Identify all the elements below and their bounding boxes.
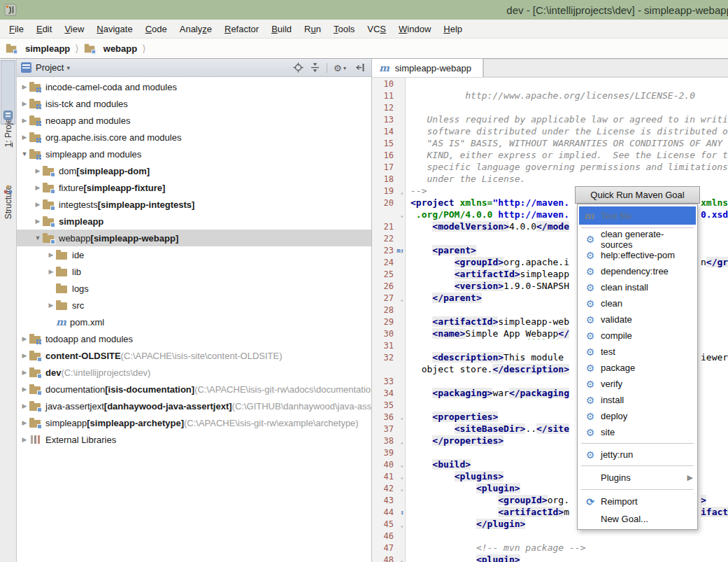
collapsed-arrow-icon[interactable]: ▶	[33, 201, 43, 208]
collapsed-arrow-icon[interactable]: ▶	[20, 117, 29, 124]
collapsed-arrow-icon[interactable]: ▶	[20, 386, 29, 393]
tree-row[interactable]: ▶isis-tck and modules	[17, 95, 371, 112]
tree-row[interactable]: ▶lib	[17, 263, 371, 280]
collapsed-arrow-icon[interactable]: ▶	[20, 83, 29, 90]
menu-analyze[interactable]: Analyze	[173, 22, 218, 36]
popup-item-reimport[interactable]: ⟳Reimport	[578, 493, 697, 510]
menu-edit[interactable]: Edit	[30, 22, 58, 36]
tree-row[interactable]: ▶simpleapp [simpleapp-archetype] (C:\APA…	[17, 414, 371, 431]
tree-row[interactable]: ▶dom [simpleapp-dom]	[17, 162, 371, 179]
menu-help[interactable]: Help	[437, 22, 469, 36]
collapsed-arrow-icon[interactable]: ▶	[20, 402, 29, 409]
tree-row[interactable]: ▶neoapp and modules	[17, 112, 371, 129]
menu-file[interactable]: File	[3, 22, 30, 36]
code-text: specific language governing permissions …	[406, 161, 728, 173]
project-view-selector[interactable]: Project	[36, 62, 64, 73]
collapsed-arrow-icon[interactable]: ▶	[20, 335, 29, 342]
popup-item-verify[interactable]: ⚙verify	[578, 376, 697, 392]
popup-item-install[interactable]: ⚙install	[578, 392, 697, 408]
expanded-arrow-icon[interactable]: ▼	[33, 234, 43, 241]
line-number: 21	[384, 221, 394, 233]
menu-navigate[interactable]: Navigate	[90, 22, 138, 36]
gutter: 23▾m↑	[372, 244, 406, 256]
dropdown-caret-icon[interactable]: ▾	[66, 64, 70, 71]
collapsed-arrow-icon[interactable]: ▶	[20, 100, 29, 107]
collapsed-arrow-icon[interactable]: ▶	[46, 302, 56, 309]
hide-panel-icon[interactable]	[355, 62, 366, 73]
tree-row[interactable]: ▶simpleapp	[17, 213, 371, 230]
popup-item-clean-generate-sources[interactable]: ⚙clean generate-sources	[578, 231, 697, 247]
expanded-arrow-icon[interactable]: ▼	[20, 150, 29, 157]
menu-view[interactable]: View	[58, 22, 90, 36]
collapsed-arrow-icon[interactable]: ▶	[33, 167, 43, 174]
gutter: 35	[372, 399, 406, 411]
popup-item-jetty-run[interactable]: ⚙jetty:run	[578, 447, 697, 463]
popup-item-dependency-tree[interactable]: ⚙dependency:tree	[578, 263, 697, 279]
popup-item-label: dependency:tree	[601, 266, 669, 276]
collapsed-arrow-icon[interactable]: ▶	[33, 184, 43, 191]
menu-run[interactable]: Run	[298, 22, 327, 36]
popup-item-site[interactable]: ⚙site	[578, 424, 697, 440]
tree-item-label: [danhaywood-java-assertjext]	[104, 401, 232, 412]
popup-item-label: package	[601, 363, 635, 373]
popup-item-new-goal-[interactable]: New Goal...	[578, 510, 697, 528]
tree-row[interactable]: ▶documentation [isis-documentation] (C:\…	[17, 381, 371, 398]
locate-icon[interactable]	[293, 62, 304, 73]
tree-row[interactable]: ▶External Libraries	[17, 431, 371, 448]
line-number: 13	[384, 114, 394, 126]
popup-item-compile[interactable]: ⚙compile	[578, 328, 697, 344]
collapse-all-icon[interactable]	[310, 62, 320, 73]
tree-row[interactable]: logs	[17, 280, 371, 297]
menu-build[interactable]: Build	[265, 22, 298, 36]
collapsed-arrow-icon[interactable]: ▶	[20, 436, 29, 443]
collapsed-arrow-icon[interactable]: ▶	[20, 352, 29, 359]
tree-row[interactable]: ▶ide	[17, 246, 371, 263]
tree-row[interactable]: ▼webapp [simpleapp-webapp]	[17, 230, 371, 246]
tree-row[interactable]: mpom.xml	[17, 314, 371, 330]
collapsed-arrow-icon[interactable]: ▶	[46, 268, 56, 275]
fold-start-icon[interactable]: ▾	[400, 556, 404, 562]
module-group-folder-icon	[29, 81, 41, 92]
collapsed-arrow-icon[interactable]: ▶	[20, 369, 29, 376]
tree-row[interactable]: ▶org.apache.isis.core and modules	[17, 129, 371, 146]
collapsed-arrow-icon[interactable]: ▶	[20, 419, 29, 426]
popup-item-clean[interactable]: ⚙clean	[578, 295, 697, 311]
popup-item-test[interactable]: ⚙test	[578, 344, 697, 360]
collapsed-arrow-icon[interactable]: ▶	[33, 218, 43, 225]
popup-item-label: verify	[601, 379, 622, 389]
collapsed-arrow-icon[interactable]: ▶	[46, 251, 56, 258]
tree-row[interactable]: ▶incode-camel-coda and modules	[17, 78, 371, 95]
tree-row[interactable]: ▼simpleapp and modules	[17, 146, 371, 162]
maven-update-icon[interactable]: m↑	[397, 245, 404, 257]
popup-selected-item[interactable]: mTest file	[579, 206, 696, 225]
menu-tools[interactable]: Tools	[327, 22, 361, 36]
editor-tab-simpleapp-webapp[interactable]: m simpleapp-webapp	[372, 59, 483, 77]
tree-row[interactable]: ▶integtests [simpleapp-integtests]	[17, 196, 371, 213]
popup-item-package[interactable]: ⚙package	[578, 360, 697, 376]
menu-window[interactable]: Window	[392, 22, 437, 36]
menu-vcs[interactable]: VCS	[361, 22, 392, 36]
code-segment: http://maven.	[498, 209, 569, 220]
popup-item-validate[interactable]: ⚙validate	[578, 311, 697, 328]
tree-row[interactable]: ▶fixture [simpleapp-fixture]	[17, 179, 371, 196]
breadcrumb-item-webapp[interactable]: webapp	[84, 43, 137, 54]
breadcrumb-item-simpleapp[interactable]: simpleapp	[6, 43, 70, 54]
tree-row[interactable]: ▶src	[17, 297, 371, 314]
tree-row[interactable]: ▶dev (C:\intellijprojects\dev)	[17, 364, 371, 381]
menu-refactor[interactable]: Refactor	[218, 22, 265, 36]
collapsed-arrow-icon[interactable]: ▶	[20, 134, 29, 141]
popup-item-plugins[interactable]: Plugins▶	[578, 469, 697, 486]
gear-icon: ⚙	[585, 234, 596, 245]
popup-item-deploy[interactable]: ⚙deploy	[578, 408, 697, 424]
folder-icon	[56, 249, 68, 260]
code-segment	[411, 221, 432, 232]
code-segment	[411, 471, 455, 482]
tree-row[interactable]: ▶content-OLDSITE (C:\APACHE\isis-site\co…	[17, 347, 371, 364]
tree-row[interactable]: ▶todoapp and modules	[17, 330, 371, 347]
settings-gear-icon[interactable]: ⚙▾	[334, 62, 349, 73]
arrow-up-anchor-icon[interactable]: ↥	[401, 507, 404, 519]
code-segment: <siteBaseDir>	[455, 423, 526, 434]
popup-item-clean-install[interactable]: ⚙clean install	[578, 279, 697, 295]
tree-row[interactable]: ▶java-assertjext [danhaywood-java-assert…	[17, 398, 371, 414]
menu-code[interactable]: Code	[139, 22, 173, 36]
